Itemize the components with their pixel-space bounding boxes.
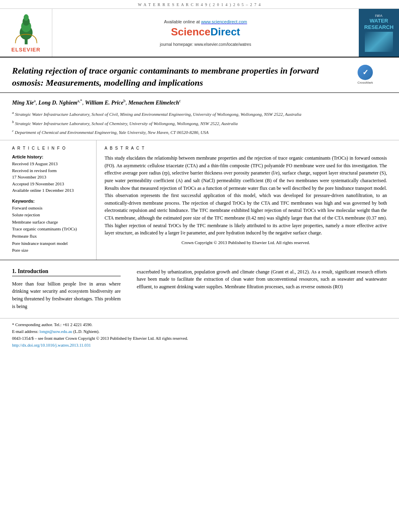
header-center: Available online at www.sciencedirect.co… bbox=[52, 9, 359, 57]
keywords-label: Keywords: bbox=[12, 199, 90, 203]
journal-homepage-line: journal homepage: www.elsevier.com/locat… bbox=[160, 42, 251, 47]
title-text-block: Relating rejection of trace organic cont… bbox=[12, 65, 349, 88]
doi-line: http://dx.doi.org/10.1016/j.watres.2013.… bbox=[12, 342, 387, 349]
header-area: ELSEVIER Available online at www.science… bbox=[0, 9, 399, 58]
keyword-3: Membrane surface charge bbox=[12, 219, 90, 226]
affiliations: a Strategic Water Infrastructure Laborat… bbox=[12, 110, 387, 136]
abstract-text: This study elucidates the relationship b… bbox=[105, 154, 387, 237]
sciencedirect-url-link[interactable]: www.sciencedirect.com bbox=[201, 19, 247, 24]
author-2: Long D. Nghiem bbox=[39, 100, 78, 106]
keywords-section: Keywords: Forward osmosis Solute rejecti… bbox=[12, 199, 90, 254]
intro-section-heading: Introduction bbox=[18, 268, 48, 274]
intro-section-number: 1. bbox=[12, 268, 16, 274]
sciencedirect-logo: ScienceDirect bbox=[171, 26, 240, 38]
copyright-line: Crown Copyright © 2013 Published by Else… bbox=[105, 240, 387, 245]
crossmark-label: CrossMark bbox=[358, 81, 373, 84]
abstract-col: A B S T R A C T This study elucidates th… bbox=[97, 140, 399, 260]
elsevier-tree-icon bbox=[10, 13, 42, 45]
article-info-col: A R T I C L E I N F O Article history: R… bbox=[0, 140, 97, 260]
issn-line: 0043-1354/$ – see front matter Crown Cop… bbox=[12, 335, 387, 342]
email-line: E-mail address: longn@uow.edu.au (L.D. N… bbox=[12, 329, 387, 335]
email-link[interactable]: longn@uow.edu.au bbox=[39, 329, 73, 334]
title-section: Relating rejection of trace organic cont… bbox=[0, 58, 399, 93]
keyword-5: Permeate flux bbox=[12, 233, 90, 240]
author-4: Menachem Elimelech bbox=[128, 100, 179, 106]
introduction-section: 1. Introduction More than four billion p… bbox=[0, 260, 399, 314]
revised-date: 17 November 2013 bbox=[12, 174, 90, 181]
authors-line: Ming Xiea, Long D. Nghiema,*, William E.… bbox=[12, 98, 387, 107]
keyword-2: Solute rejection bbox=[12, 212, 90, 219]
crossmark-icon: ✓ bbox=[358, 65, 373, 80]
two-col-section: A R T I C L E I N F O Article history: R… bbox=[0, 140, 399, 260]
intro-left-text: More than four billion people live in ar… bbox=[12, 280, 121, 310]
crossmark-badge[interactable]: ✓ CrossMark bbox=[356, 65, 375, 84]
article-info-header: A R T I C L E I N F O bbox=[12, 146, 90, 150]
badge-journal-name: WATERRESEARCH bbox=[364, 18, 394, 30]
elsevier-logo-block: ELSEVIER bbox=[0, 9, 52, 57]
authors-section: Ming Xiea, Long D. Nghiema,*, William E.… bbox=[0, 93, 399, 140]
available-online-text: Available online at www.sciencedirect.co… bbox=[164, 19, 247, 24]
abstract-header: A B S T R A C T bbox=[105, 146, 387, 150]
author-3: William E. Price bbox=[85, 100, 123, 106]
water-research-badge: IWA WATERRESEARCH bbox=[359, 9, 399, 57]
badge-image bbox=[365, 32, 393, 52]
revised-label: Received in revised form bbox=[12, 167, 90, 174]
keyword-7: Pore size bbox=[12, 247, 90, 254]
journal-bar: W A T E R R E S E A R C H 4 9 ( 2 0 1 4 … bbox=[0, 0, 399, 9]
footnote-area: * Corresponding author. Tel.: +61 2 4221… bbox=[0, 318, 399, 350]
affiliation-c: c Department of Chemical and Environment… bbox=[12, 128, 387, 136]
badge-iwa-label: IWA bbox=[375, 14, 383, 18]
available-online-date: Available online 1 December 2013 bbox=[12, 187, 90, 194]
intro-right-col: exacerbated by urbanization, population … bbox=[129, 268, 399, 310]
keyword-4: Trace organic contaminants (TrOCs) bbox=[12, 226, 90, 233]
affiliation-a: a Strategic Water Infrastructure Laborat… bbox=[12, 110, 387, 118]
intro-left-col: 1. Introduction More than four billion p… bbox=[0, 268, 129, 310]
affiliation-b: b Strategic Water Infrastructure Laborat… bbox=[12, 119, 387, 127]
keyword-1: Forward osmosis bbox=[12, 205, 90, 212]
accepted-date: Accepted 19 November 2013 bbox=[12, 181, 90, 187]
keyword-6: Pore hindrance transport model bbox=[12, 240, 90, 247]
intro-section-title: 1. Introduction bbox=[12, 268, 121, 276]
corresponding-author-line: * Corresponding author. Tel.: +61 2 4221… bbox=[12, 322, 387, 329]
elsevier-wordmark: ELSEVIER bbox=[11, 47, 40, 53]
svg-point-4 bbox=[23, 14, 28, 21]
received-date: Received 19 August 2013 bbox=[12, 160, 90, 167]
article-title: Relating rejection of trace organic cont… bbox=[12, 65, 349, 88]
journal-citation: W A T E R R E S E A R C H 4 9 ( 2 0 1 4 … bbox=[138, 2, 261, 7]
author-1: Ming Xie bbox=[12, 100, 34, 106]
doi-link[interactable]: http://dx.doi.org/10.1016/j.watres.2013.… bbox=[12, 343, 91, 347]
intro-right-text: exacerbated by urbanization, population … bbox=[137, 268, 387, 291]
article-history-label: Article history: bbox=[12, 154, 90, 159]
